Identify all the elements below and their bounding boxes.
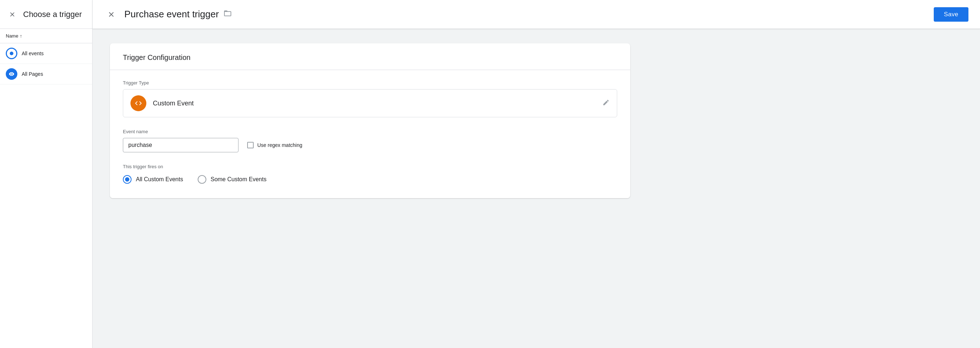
all-pages-label: All Pages	[22, 71, 43, 77]
modal-header: Purchase event trigger Save	[92, 0, 980, 29]
all-events-label: All events	[22, 51, 44, 56]
custom-event-icon	[130, 95, 146, 111]
fires-on-section: This trigger fires on All Custom Events	[123, 164, 617, 184]
list-item[interactable]: All events	[0, 43, 92, 64]
left-panel-close-button[interactable]	[6, 8, 19, 21]
config-card-body: Trigger Type Custom Event	[110, 70, 630, 198]
some-custom-events-option[interactable]: Some Custom Events	[198, 175, 267, 184]
left-panel: Choose a trigger Name ↑ All events	[0, 0, 92, 348]
config-card-header: Trigger Configuration	[110, 43, 630, 70]
regex-matching-label[interactable]: Use regex matching	[247, 142, 302, 149]
left-panel-title: Choose a trigger	[23, 10, 82, 19]
trigger-type-label: Trigger Type	[123, 80, 617, 85]
left-panel-subheader: Name ↑	[0, 29, 92, 43]
event-name-input[interactable]	[123, 138, 239, 152]
trigger-list: All events All Pages	[0, 43, 92, 348]
all-custom-events-option[interactable]: All Custom Events	[123, 175, 183, 184]
event-name-row: Use regex matching	[123, 138, 617, 152]
left-panel-header: Choose a trigger	[0, 0, 92, 29]
list-item[interactable]: All Pages	[0, 64, 92, 84]
sort-icon[interactable]: ↑	[20, 33, 22, 39]
column-name-label: Name ↑	[6, 33, 22, 39]
folder-icon[interactable]	[223, 9, 232, 20]
fires-on-options: All Custom Events Some Custom Events	[123, 175, 617, 184]
modal-close-button[interactable]	[104, 7, 119, 22]
config-card-title: Trigger Configuration	[123, 54, 191, 62]
all-pages-icon	[6, 68, 18, 80]
edit-icon[interactable]	[602, 99, 609, 108]
some-custom-events-radio[interactable]	[198, 175, 206, 184]
modal-title: Purchase event trigger	[124, 9, 934, 20]
trigger-type-name: Custom Event	[153, 100, 602, 107]
trigger-config-card: Trigger Configuration Trigger Type Custo…	[110, 43, 630, 198]
trigger-type-selector[interactable]: Custom Event	[123, 89, 617, 117]
event-name-section: Event name Use regex matching	[123, 129, 617, 152]
event-name-label: Event name	[123, 129, 617, 134]
fires-on-label: This trigger fires on	[123, 164, 617, 169]
regex-checkbox[interactable]	[247, 142, 254, 149]
modal-panel: Purchase event trigger Save Trigger Conf…	[92, 0, 980, 348]
save-button[interactable]: Save	[934, 7, 969, 22]
all-custom-events-radio[interactable]	[123, 175, 132, 184]
all-events-icon	[6, 47, 18, 59]
modal-content: Trigger Configuration Trigger Type Custo…	[92, 29, 980, 348]
